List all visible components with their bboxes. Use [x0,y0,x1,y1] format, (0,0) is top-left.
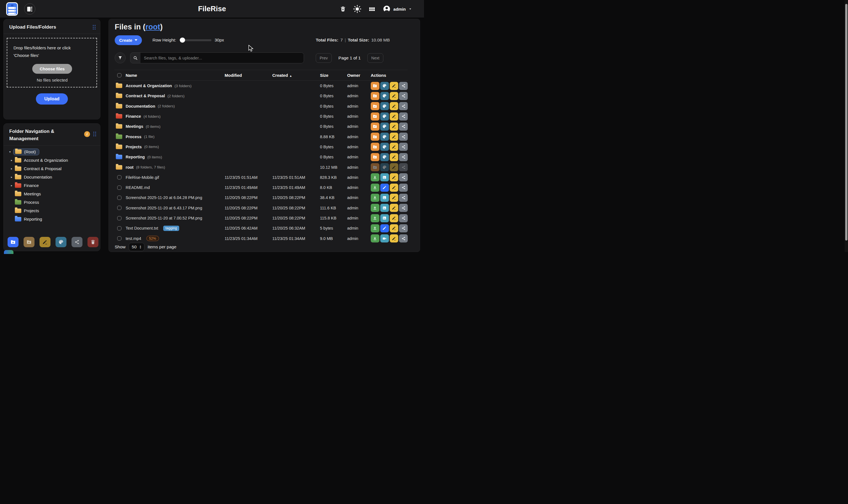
action-button-2[interactable] [380,92,389,100]
row-checkbox[interactable] [117,185,121,190]
action-button-2[interactable] [380,173,389,181]
action-button-1[interactable] [371,82,379,90]
corner-widget[interactable] [4,250,14,252]
row-checkbox[interactable] [117,216,121,220]
create-button[interactable]: Create [115,35,142,45]
action-button-3[interactable] [390,204,399,212]
action-button-3[interactable] [390,173,399,181]
tree-caret-icon[interactable]: ▸ [11,159,15,162]
action-button-3[interactable] [390,123,399,131]
move-folder-button[interactable] [23,237,35,247]
row-name[interactable]: README.md [126,185,150,190]
row-name[interactable]: Meetings [126,124,143,129]
table-row[interactable]: Screenshot 2025-11-20 at 7.00.52 PM.png … [114,213,408,223]
action-button-1[interactable] [371,184,379,192]
next-page-button[interactable]: Next [367,53,383,63]
theme-toggle-sun-icon[interactable] [353,5,361,13]
table-row[interactable]: Contract & Proposal (2 folders) 0 Bytes … [114,91,408,101]
action-button-4[interactable] [399,163,408,171]
header-name[interactable]: Name [126,73,225,78]
action-button-2[interactable] [380,184,389,192]
action-button-2[interactable] [380,234,389,242]
action-button-1[interactable] [371,194,379,202]
action-button-4[interactable] [399,204,408,212]
header-created[interactable]: Created▲ [272,73,320,78]
row-name[interactable]: Text Document.txt [126,226,158,230]
header-modified[interactable]: Modified [225,73,272,78]
header-size[interactable]: Size [320,73,347,78]
folder-color-button[interactable] [55,237,67,247]
folder-tree-item[interactable]: ▸ Contract & Proposal [4,164,100,173]
folder-tree-item[interactable]: ▸ Account & Organization [4,156,100,164]
action-button-4[interactable] [399,153,408,161]
search-input[interactable] [141,53,304,63]
action-button-2[interactable] [380,143,389,151]
apps-grid-icon[interactable] [369,6,375,13]
action-button-2[interactable] [380,204,389,212]
row-name[interactable]: Process [126,134,141,139]
folder-tree-item[interactable]: ▾ (Root) [4,148,100,156]
action-button-3[interactable] [390,112,399,121]
action-button-1[interactable] [371,123,379,131]
action-button-3[interactable] [390,214,399,222]
items-per-page-select[interactable]: 50 ▲▼ [129,243,145,251]
row-name[interactable]: FileRise-Mobile.gif [126,175,159,180]
action-button-1[interactable] [371,102,379,110]
action-button-2[interactable] [380,153,389,161]
row-name[interactable]: Reporting [126,155,145,159]
folder-tree-item[interactable]: Meetings [4,190,100,198]
action-button-4[interactable] [399,92,408,100]
row-name[interactable]: Account & Organization [126,84,172,88]
action-button-3[interactable] [390,163,399,171]
action-button-1[interactable] [371,132,379,141]
table-row[interactable]: Text Document.txt tagging 11/20/25 06:42… [114,223,408,233]
action-button-4[interactable] [399,184,408,192]
action-button-3[interactable] [390,234,399,242]
row-height-slider[interactable] [180,39,211,41]
action-button-3[interactable] [390,82,399,90]
action-button-1[interactable] [371,92,379,100]
row-name[interactable]: test.mp4 [126,236,141,241]
row-checkbox[interactable] [117,206,121,210]
action-button-3[interactable] [390,184,399,192]
folder-tree-item[interactable]: Reporting [4,215,100,223]
action-button-4[interactable] [399,194,408,202]
row-name[interactable]: Finance [126,114,141,119]
rename-folder-button[interactable] [39,237,51,247]
action-button-1[interactable] [371,204,379,212]
action-button-4[interactable] [399,143,408,151]
folder-tree-item[interactable]: ▸ Finance [4,181,100,190]
action-button-2[interactable] [380,214,389,222]
action-button-4[interactable] [399,82,408,90]
create-folder-button[interactable] [7,237,18,247]
drag-handle-icon[interactable] [93,25,95,30]
table-row[interactable]: Screenshot 2025-11-20 at 6.04.28 PM.png … [114,193,408,203]
table-row[interactable]: Meetings (0 items) 0 Bytes admin [114,121,408,131]
action-button-2[interactable] [380,224,389,232]
table-row[interactable]: test.mp4 52% 11/23/25 01:34AM 11/23/25 0… [114,233,408,243]
table-row[interactable]: Documentation (2 folders) 0 Bytes admin [114,101,408,111]
row-name[interactable]: Projects [126,145,142,149]
action-button-1[interactable] [371,214,379,222]
folder-tree-item[interactable]: Projects [4,206,100,215]
action-button-2[interactable] [380,163,389,171]
tree-caret-icon[interactable]: ▾ [9,150,13,153]
action-button-3[interactable] [390,102,399,110]
action-button-1[interactable] [371,143,379,151]
table-row[interactable]: Finance (4 folders) 0 Bytes admin [114,111,408,121]
slider-knob[interactable] [180,38,185,42]
folder-tree-item[interactable]: ▸ Documentation [4,173,100,181]
action-button-1[interactable] [371,163,379,171]
tree-caret-icon[interactable]: ▸ [11,167,15,170]
select-all-checkbox[interactable] [117,73,121,77]
action-button-2[interactable] [380,82,389,90]
row-name[interactable]: root [126,165,134,169]
action-button-1[interactable] [371,153,379,161]
tree-caret-icon[interactable]: ▸ [11,184,15,187]
drag-handle-icon[interactable] [93,132,96,137]
action-button-4[interactable] [399,112,408,121]
action-button-2[interactable] [380,132,389,141]
action-button-3[interactable] [390,92,399,100]
info-icon[interactable]: i [84,131,90,137]
action-button-4[interactable] [399,123,408,131]
